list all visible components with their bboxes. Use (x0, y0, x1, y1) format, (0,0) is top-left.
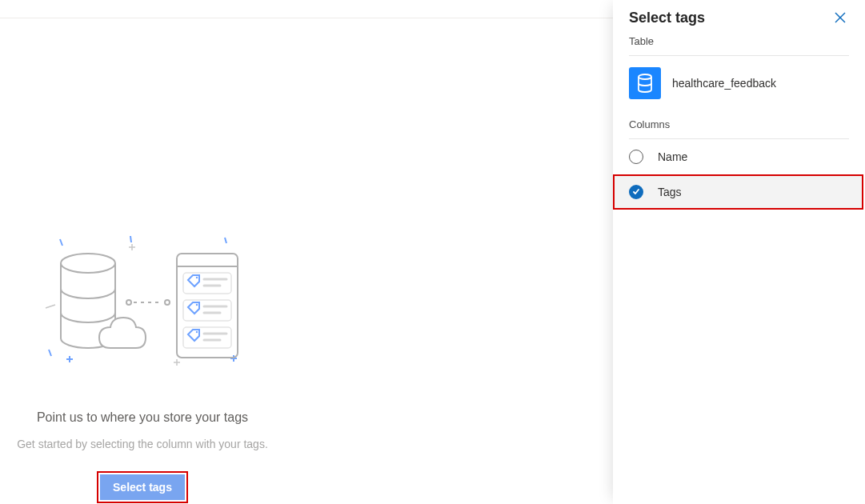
radio-checked-icon (629, 185, 643, 199)
table-name: healthcare_feedback (672, 77, 776, 90)
svg-line-2 (225, 238, 226, 243)
svg-point-23 (196, 304, 198, 306)
svg-point-33 (639, 74, 651, 79)
svg-line-1 (130, 236, 131, 242)
column-label: Name (658, 150, 687, 163)
table-row: healthcare_feedback (613, 56, 865, 110)
svg-point-13 (61, 254, 115, 273)
column-label: Tags (658, 186, 682, 198)
svg-line-0 (60, 239, 62, 246)
column-option-tags[interactable]: Tags (613, 174, 863, 210)
select-tags-panel: Select tags Table healthca (613, 0, 865, 504)
hero-illustration (0, 234, 285, 370)
panel-header: Select tags (613, 0, 865, 35)
app-root: Point us to where you store your tags Ge… (0, 0, 865, 504)
empty-state-subtitle: Get started by selecting the column with… (0, 438, 285, 450)
empty-state-title: Point us to where you store your tags (0, 410, 285, 425)
svg-line-8 (46, 305, 55, 308)
close-icon (835, 12, 846, 23)
panel-title: Select tags (629, 10, 705, 26)
main-area: Point us to where you store your tags Ge… (0, 18, 613, 504)
select-tags-button-highlight: Select tags (97, 471, 188, 503)
panel-close-button[interactable] (831, 9, 849, 26)
table-section-label: Table (613, 35, 865, 55)
svg-line-3 (49, 350, 51, 356)
radio-unchecked-icon (629, 150, 643, 164)
column-option-name[interactable]: Name (613, 139, 865, 174)
select-tags-button[interactable]: Select tags (100, 474, 185, 500)
svg-point-22 (196, 277, 198, 278)
database-icon (629, 67, 661, 99)
svg-point-24 (196, 331, 198, 333)
svg-point-16 (165, 300, 170, 305)
illustration-icon (42, 234, 242, 370)
columns-section-label: Columns (613, 110, 865, 138)
empty-state: Point us to where you store your tags Ge… (0, 234, 285, 503)
svg-point-14 (126, 300, 131, 305)
